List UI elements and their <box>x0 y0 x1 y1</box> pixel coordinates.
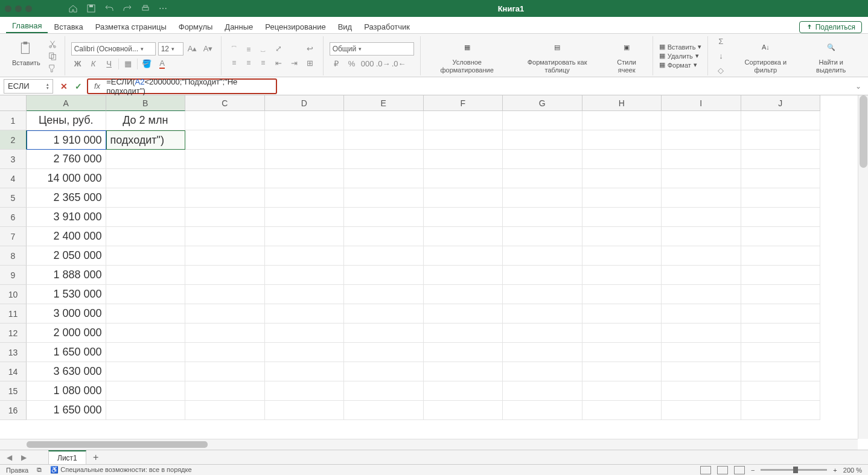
decrease-font-icon[interactable]: A▾ <box>202 43 215 55</box>
cell-B2[interactable]: подходит") <box>106 130 186 150</box>
cell-H2[interactable] <box>582 130 662 150</box>
cell-F5[interactable] <box>424 188 503 208</box>
cell-H5[interactable] <box>582 188 662 208</box>
cell-I14[interactable] <box>662 362 741 381</box>
row-header-12[interactable]: 12 <box>0 324 27 343</box>
cell-F12[interactable] <box>424 324 503 343</box>
cell-I5[interactable] <box>662 188 741 208</box>
cell-H16[interactable] <box>582 401 662 420</box>
zoom-window-icon[interactable] <box>25 5 32 12</box>
next-sheet-icon[interactable]: ▶ <box>18 452 29 463</box>
cell-I15[interactable] <box>662 381 741 401</box>
redo-icon[interactable] <box>123 4 132 13</box>
percent-icon[interactable]: % <box>345 58 359 70</box>
sort-filter-button[interactable]: A↓ Сортировка и фильтр <box>733 37 797 74</box>
col-header-G[interactable]: G <box>503 95 582 111</box>
decrease-indent-icon[interactable]: ⇤ <box>272 57 286 69</box>
cell-I11[interactable] <box>662 304 741 324</box>
cell-F15[interactable] <box>424 381 503 401</box>
cell-A3[interactable]: 2 760 000 <box>27 150 106 169</box>
enter-formula-icon[interactable]: ✓ <box>71 79 86 94</box>
formula-input[interactable]: fx =ЕСЛИ(A2<2000000;"Подходит";"Не подхо… <box>87 78 277 94</box>
cell-D12[interactable] <box>265 324 345 343</box>
cell-J9[interactable] <box>741 266 821 285</box>
cell-A4[interactable]: 14 000 000 <box>27 169 106 188</box>
cell-A1[interactable]: Цены, руб. <box>27 111 106 130</box>
col-header-H[interactable]: H <box>582 95 662 111</box>
cell-A13[interactable]: 1 650 000 <box>27 343 106 362</box>
cell-A5[interactable]: 2 365 000 <box>27 188 106 208</box>
cell-C16[interactable] <box>185 401 265 420</box>
cell-A16[interactable]: 1 650 000 <box>27 401 106 420</box>
print-icon[interactable] <box>141 4 150 13</box>
tab-data[interactable]: Данные <box>219 20 259 33</box>
cell-F8[interactable] <box>424 246 503 266</box>
cell-C3[interactable] <box>185 150 265 169</box>
align-top-icon[interactable]: ⎴ <box>228 43 241 56</box>
row-header-3[interactable]: 3 <box>0 150 27 169</box>
cell-H8[interactable] <box>582 246 662 266</box>
cell-G4[interactable] <box>503 169 582 188</box>
align-middle-icon[interactable]: ≡ <box>242 43 255 56</box>
cell-C2[interactable] <box>185 130 265 150</box>
cell-C14[interactable] <box>185 362 265 381</box>
row-header-16[interactable]: 16 <box>0 401 27 420</box>
cell-G11[interactable] <box>503 304 582 324</box>
cell-J10[interactable] <box>741 285 821 304</box>
cell-I12[interactable] <box>662 324 741 343</box>
cell-F4[interactable] <box>424 169 503 188</box>
tab-view[interactable]: Вид <box>332 20 359 33</box>
align-bottom-icon[interactable]: ⎵ <box>257 43 270 56</box>
save-icon[interactable] <box>86 4 96 13</box>
cell-A6[interactable]: 3 910 000 <box>27 208 106 227</box>
row-header-5[interactable]: 5 <box>0 188 27 208</box>
cell-D13[interactable] <box>265 343 345 362</box>
add-sheet-icon[interactable]: + <box>90 451 102 464</box>
cell-E9[interactable] <box>344 266 424 285</box>
close-window-icon[interactable] <box>5 5 11 12</box>
tab-page-layout[interactable]: Разметка страницы <box>89 20 173 33</box>
col-header-I[interactable]: I <box>662 95 741 111</box>
cancel-formula-icon[interactable]: ✕ <box>57 79 71 94</box>
cell-A7[interactable]: 2 400 000 <box>27 227 106 246</box>
cell-B8[interactable] <box>106 246 186 266</box>
cell-I13[interactable] <box>662 343 741 362</box>
cell-D5[interactable] <box>265 188 345 208</box>
col-header-J[interactable]: J <box>741 95 821 111</box>
vertical-scrollbar[interactable] <box>858 95 868 439</box>
cell-C6[interactable] <box>185 208 265 227</box>
cell-F10[interactable] <box>424 285 503 304</box>
minimize-window-icon[interactable] <box>15 5 22 12</box>
cell-B9[interactable] <box>106 266 186 285</box>
increase-decimal-icon[interactable]: .0→ <box>377 58 390 70</box>
cell-F9[interactable] <box>424 266 503 285</box>
cell-G7[interactable] <box>503 227 582 246</box>
format-as-table-button[interactable]: ▤ Форматировать как таблицу <box>516 37 599 74</box>
cell-E3[interactable] <box>344 150 424 169</box>
cell-E4[interactable] <box>344 169 424 188</box>
page-layout-view-icon[interactable] <box>717 466 728 474</box>
cell-I9[interactable] <box>662 266 741 285</box>
cell-D8[interactable] <box>265 246 345 266</box>
cell-B4[interactable] <box>106 169 186 188</box>
cell-E2[interactable] <box>344 130 424 150</box>
cell-G15[interactable] <box>503 381 582 401</box>
macro-record-icon[interactable]: ⧉ <box>37 466 42 474</box>
cell-E14[interactable] <box>344 362 424 381</box>
cell-I4[interactable] <box>662 169 741 188</box>
cell-A8[interactable]: 2 050 000 <box>27 246 106 266</box>
number-format-combo[interactable]: Общий▾ <box>330 42 414 56</box>
increase-font-icon[interactable]: A▴ <box>186 43 199 55</box>
cell-I10[interactable] <box>662 285 741 304</box>
font-size-combo[interactable]: 12▾ <box>158 42 183 56</box>
delete-cells-button[interactable]: ▦ Удалить ▾ <box>659 52 702 60</box>
zoom-out-icon[interactable]: − <box>751 467 755 474</box>
col-header-E[interactable]: E <box>344 95 424 111</box>
format-cells-button[interactable]: ▦ Формат ▾ <box>659 61 702 69</box>
cell-D14[interactable] <box>265 362 345 381</box>
cell-H1[interactable] <box>582 111 662 130</box>
cell-C15[interactable] <box>185 381 265 401</box>
cell-E12[interactable] <box>344 324 424 343</box>
cell-H15[interactable] <box>582 381 662 401</box>
cell-C1[interactable] <box>185 111 265 130</box>
